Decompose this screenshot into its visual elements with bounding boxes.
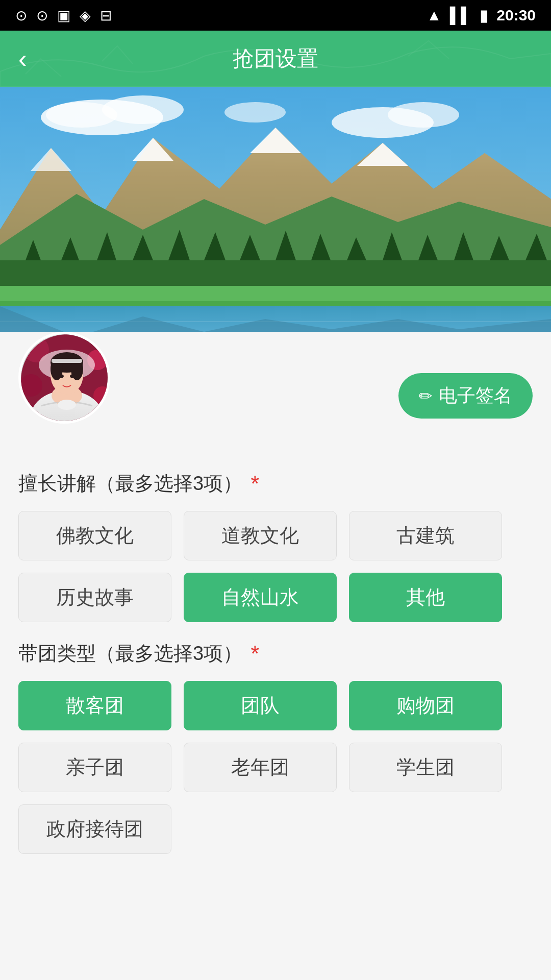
svg-point-3 [46, 102, 117, 128]
back-button[interactable]: ‹ [18, 46, 27, 71]
bear-icon: ◈ [80, 7, 91, 24]
weibo1-icon: ⊙ [15, 7, 27, 24]
landscape-svg [0, 87, 551, 373]
main-content: 擅长讲解（最多选择3项） * 佛教文化 道教文化 古建筑 历史故事 自然山水 其… [0, 471, 551, 854]
tag-family[interactable]: 亲子团 [18, 743, 171, 792]
edit-icon: ✏ [419, 386, 433, 406]
avatar-image [21, 334, 110, 424]
feed-icon: ⊟ [100, 7, 112, 24]
svg-point-55 [58, 374, 64, 378]
tag-independent[interactable]: 散客团 [18, 681, 171, 730]
svg-point-5 [388, 102, 459, 128]
signal-icon: ▌▌ [450, 7, 472, 24]
group-type-tags: 散客团 团队 购物团 亲子团 老年团 学生团 政府接待团 [18, 681, 533, 854]
status-bar-right: ▲ ▌▌ ▮ 20:30 [427, 7, 536, 24]
page-title: 抢团设置 [233, 44, 318, 73]
tag-buddhism[interactable]: 佛教文化 [18, 511, 171, 560]
tag-other-expertise[interactable]: 其他 [349, 573, 502, 622]
svg-point-6 [224, 102, 286, 122]
weibo2-icon: ⊙ [36, 7, 48, 24]
time-display: 20:30 [496, 7, 536, 24]
profile-section: ✏ 电子签名 [0, 332, 551, 452]
tag-shopping[interactable]: 购物团 [349, 681, 502, 730]
expertise-section-label: 擅长讲解（最多选择3项） * [18, 471, 533, 497]
status-bar-left: ⊙ ⊙ ▣ ◈ ⊟ [15, 7, 112, 24]
svg-point-57 [58, 400, 76, 410]
tag-elderly[interactable]: 老年团 [184, 743, 337, 792]
tag-nature[interactable]: 自然山水 [184, 573, 337, 622]
status-bar: ⊙ ⊙ ▣ ◈ ⊟ ▲ ▌▌ ▮ 20:30 [0, 0, 551, 31]
svg-rect-54 [52, 359, 82, 363]
expertise-tags: 佛教文化 道教文化 古建筑 历史故事 自然山水 其他 [18, 511, 533, 622]
avatar [18, 332, 110, 424]
tag-team[interactable]: 团队 [184, 681, 337, 730]
wifi-icon: ▲ [427, 7, 442, 24]
avatar-row: ✏ 电子签名 [18, 332, 533, 434]
svg-point-56 [70, 374, 76, 378]
svg-point-45 [21, 374, 42, 397]
tag-architecture[interactable]: 古建筑 [349, 511, 502, 560]
header: ‹ 抢团设置 [0, 31, 551, 87]
tag-history[interactable]: 历史故事 [18, 573, 171, 622]
image-icon: ▣ [57, 7, 70, 24]
group-type-section-label: 带团类型（最多选择3项） * [18, 641, 533, 667]
signature-button[interactable]: ✏ 电子签名 [398, 373, 533, 419]
battery-icon: ▮ [480, 7, 488, 24]
tag-student[interactable]: 学生团 [349, 743, 502, 792]
hero-image [0, 87, 551, 373]
tag-taoism[interactable]: 道教文化 [184, 511, 337, 560]
tag-government[interactable]: 政府接待团 [18, 804, 171, 854]
